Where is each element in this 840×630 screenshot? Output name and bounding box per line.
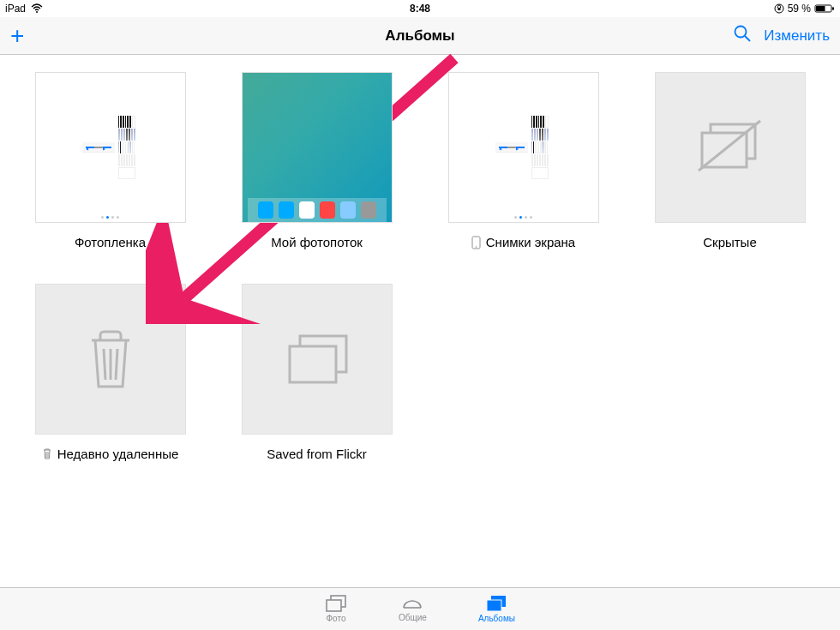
svg-rect-5: [832, 8, 834, 10]
add-button[interactable]: +: [10, 24, 24, 48]
svg-rect-22: [327, 600, 341, 611]
trash-icon: [83, 325, 138, 393]
battery-icon: [814, 3, 835, 14]
tab-label: Общие: [399, 613, 427, 622]
photos-tab-icon: [325, 595, 347, 612]
svg-point-6: [735, 27, 747, 38]
svg-rect-25: [487, 600, 501, 611]
svg-rect-20: [290, 346, 336, 382]
album-thumbnail: [35, 284, 186, 435]
svg-rect-2: [777, 8, 780, 10]
tab-albums[interactable]: Альбомы: [478, 595, 515, 623]
album-title: Мой фотопоток: [271, 235, 363, 249]
album-screenshots[interactable]: ◀▶ Снимки экрана: [446, 72, 601, 249]
status-bar: iPad 8:48 59 %: [0, 0, 840, 17]
album-thumbnail: ◀▶: [35, 72, 186, 223]
album-thumbnail: [242, 72, 393, 223]
tab-photos[interactable]: Фото: [325, 595, 347, 623]
page-title: Альбомы: [385, 27, 454, 45]
svg-line-14: [104, 349, 105, 380]
tab-label: Альбомы: [478, 614, 515, 623]
album-title: Saved from Flickr: [267, 447, 367, 461]
albums-grid-area: ◀▶ Фотопленка Мой фотопоток: [0, 55, 840, 478]
album-photo-stream[interactable]: Мой фотопоток: [239, 72, 394, 249]
search-icon: [733, 24, 752, 43]
album-title: Скрытые: [703, 235, 757, 249]
album-recently-deleted[interactable]: Недавно удаленные: [33, 284, 188, 461]
svg-point-10: [475, 246, 477, 248]
album-thumbnail: [242, 284, 393, 435]
album-thumbnail: [655, 72, 806, 223]
phone-icon: [471, 236, 481, 249]
status-time: 8:48: [410, 3, 430, 15]
tab-label: Фото: [327, 614, 346, 623]
album-camera-roll[interactable]: ◀▶ Фотопленка: [33, 72, 188, 249]
albums-tab-icon: [485, 595, 507, 612]
tab-bar: Фото Общие Альбомы: [0, 587, 840, 630]
album-title: Снимки экрана: [486, 235, 575, 249]
svg-line-16: [116, 349, 117, 380]
hidden-icon: [692, 117, 769, 177]
device-label: iPad: [5, 3, 26, 15]
album-title: Недавно удаленные: [57, 447, 179, 461]
svg-point-0: [36, 11, 38, 13]
stack-icon: [281, 331, 353, 387]
battery-percent: 59 %: [788, 3, 811, 15]
nav-bar: + Альбомы Изменить: [0, 17, 840, 55]
search-button[interactable]: [733, 24, 752, 47]
trash-mini-icon: [42, 447, 52, 460]
album-hidden[interactable]: Скрытые: [652, 72, 807, 249]
edit-button[interactable]: Изменить: [764, 27, 830, 45]
tab-shared[interactable]: Общие: [399, 596, 427, 622]
orientation-lock-icon: [774, 3, 784, 14]
svg-rect-4: [816, 6, 825, 11]
album-saved-from-flickr[interactable]: Saved from Flickr: [239, 284, 394, 461]
shared-tab-icon: [400, 596, 424, 611]
wifi-icon: [31, 3, 43, 14]
svg-line-7: [745, 36, 750, 41]
album-thumbnail: ◀▶: [448, 72, 599, 223]
album-title: Фотопленка: [75, 235, 146, 249]
